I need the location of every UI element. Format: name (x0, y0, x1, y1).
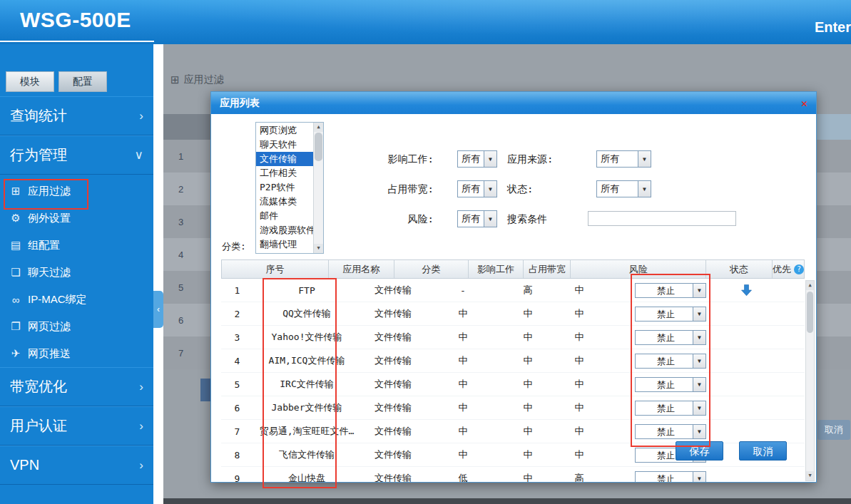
close-icon[interactable]: ✕ (801, 97, 807, 110)
cell-category: 文件传输 (360, 401, 426, 414)
dialog-titlebar: 应用列表 ✕ (211, 92, 816, 114)
status-filter-dropdown[interactable]: 所有 ▼ (596, 180, 651, 197)
sidebar-tab[interactable]: 配置 (58, 71, 107, 92)
cell-no: 4 (221, 356, 253, 366)
sidebar-tab[interactable]: 模块 (6, 71, 54, 92)
row-status-dropdown[interactable]: 禁止 ▼ (635, 283, 706, 298)
sidebar-section[interactable]: VPN › (0, 446, 153, 485)
table-row: 3 Yahoo!文件传输 文件传输 中 中 中 禁止 ▼ (221, 326, 805, 349)
chevron-down-icon[interactable]: ▼ (638, 151, 651, 167)
category-item[interactable]: 游戏股票软件 (256, 223, 314, 237)
chevron-down-icon[interactable]: ▼ (693, 401, 705, 415)
row-status-dropdown[interactable]: 禁止 ▼ (635, 424, 706, 439)
scroll-down-icon[interactable]: ▼ (314, 244, 323, 253)
cell-status: 禁止 ▼ (603, 424, 738, 439)
sidebar-submenu-item[interactable]: ▤ 组配置 (0, 232, 153, 259)
category-item[interactable]: 工作相关 (256, 166, 314, 180)
category-item[interactable]: 网页浏览 (256, 123, 314, 138)
scrollbar-thumb[interactable] (807, 292, 813, 333)
category-item[interactable]: 聊天软件 (256, 138, 314, 152)
scroll-up-icon[interactable]: ▲ (314, 123, 323, 132)
cell-name: IRC文件传输 (253, 378, 360, 391)
work-dropdown-value: 所有 (458, 151, 484, 167)
chevron-down-icon[interactable]: ▼ (693, 378, 705, 391)
cell-category: 文件传输 (360, 378, 426, 391)
category-item-label: 翻墙代理 (260, 239, 297, 250)
save-button[interactable]: 保存 (676, 441, 723, 461)
row-status-dropdown[interactable]: 禁止 ▼ (635, 471, 706, 483)
sidebar-submenu-item[interactable]: ⚙ 例外设置 (0, 205, 153, 232)
cell-name: Jabber文件传输 (253, 401, 360, 414)
chevron-down-icon[interactable]: ▼ (693, 284, 705, 297)
category-item[interactable]: 文件传输 (256, 152, 314, 166)
cell-bandwidth: 中 (500, 354, 556, 367)
sidebar-submenu-item[interactable]: ✈ 网页推送 (0, 340, 153, 367)
category-item[interactable]: 翻墙代理 (256, 237, 314, 252)
chevron-down-icon[interactable]: ▼ (484, 151, 496, 167)
row-status-dropdown[interactable]: 禁止 ▼ (635, 401, 706, 416)
chevron-down-icon[interactable]: ▼ (484, 211, 496, 227)
table-scrollbar[interactable]: ▲ ▼ (805, 280, 815, 481)
listbox-scrollbar[interactable]: ▲ ▼ (313, 123, 323, 253)
sidebar-submenu-item[interactable]: ❏ 聊天过滤 (0, 259, 153, 286)
sidebar-submenu-item[interactable]: ❐ 网页过滤 (0, 313, 153, 340)
row-status-dropdown[interactable]: 禁止 ▼ (635, 330, 706, 345)
table-header-row: 序号 应用名称 分类 影响工作 (221, 259, 805, 279)
scrollbar-thumb[interactable] (315, 133, 322, 161)
sidebar-section[interactable]: 用户认证 › (0, 406, 153, 446)
sidebar-section-label: 带宽优化 (10, 377, 139, 396)
scroll-up-icon[interactable]: ▲ (806, 281, 814, 290)
cell-work: 中 (426, 354, 500, 367)
sidebar-section[interactable]: 行为管理 ∨ (0, 135, 153, 175)
row-number: 1 (163, 151, 183, 162)
cell-work: 中 (426, 425, 500, 438)
row-status-value: 禁止 (636, 354, 693, 368)
risk-dropdown[interactable]: 所有 ▼ (457, 210, 497, 227)
chevron-down-icon[interactable]: ▼ (484, 181, 496, 197)
sidebar-section[interactable]: 带宽优化 › (0, 367, 153, 406)
background-cancel-button[interactable]: 取消 (817, 420, 850, 440)
row-status-dropdown[interactable]: 禁止 ▼ (635, 307, 706, 322)
cell-risk: 中 (556, 378, 603, 391)
chevron-down-icon[interactable]: ▼ (638, 181, 651, 197)
move-top-arrow-icon[interactable] (741, 284, 752, 297)
sidebar-submenu: ⊞ 应用过滤 ⚙ 例外设置 ▤ 组配置 ❏ 聊天过滤 (0, 175, 153, 367)
table-header-label: 分类 (422, 264, 440, 274)
help-icon[interactable]: ? (794, 264, 804, 274)
row-status-dropdown[interactable]: 禁止 ▼ (635, 354, 706, 369)
app-list-dialog: 应用列表 ✕ 网页浏览 聊天软件 (210, 91, 817, 483)
source-dropdown-value: 所有 (597, 151, 638, 167)
chevron-down-icon[interactable]: ▼ (693, 331, 705, 344)
category-item[interactable]: 流媒体类 (256, 195, 314, 209)
cell-work: 低 (426, 472, 500, 482)
row-status-dropdown[interactable]: 禁止 ▼ (635, 377, 706, 392)
cell-status: 禁止 ▼ (603, 354, 738, 369)
chevron-down-icon[interactable]: ▼ (693, 354, 705, 368)
chevron-down-icon[interactable]: ▼ (693, 472, 705, 483)
background-bottom-strip (163, 498, 851, 504)
sidebar-sections-top: 查询统计 › 行为管理 ∨ (0, 96, 153, 175)
cell-category: 文件传输 (360, 307, 426, 320)
row-status-value: 禁止 (636, 378, 693, 391)
sidebar-submenu-item[interactable]: ∞ IP-MAC绑定 (0, 286, 153, 313)
cell-work: 中 (426, 448, 500, 461)
sidebar-collapse-handle[interactable]: ‹ (153, 291, 163, 328)
chevron-down-icon[interactable]: ▼ (693, 307, 705, 321)
work-dropdown[interactable]: 所有 ▼ (457, 150, 497, 168)
sidebar-submenu-item[interactable]: ⊞ 应用过滤 (0, 178, 153, 205)
dialog-body: 网页浏览 聊天软件 文件传输 工作相关 (211, 114, 816, 482)
category-listbox: 网页浏览 聊天软件 文件传输 工作相关 (255, 122, 324, 254)
search-input[interactable] (588, 211, 736, 226)
category-item[interactable]: P2P软件 (256, 180, 314, 195)
source-dropdown[interactable]: 所有 ▼ (596, 150, 651, 168)
chevron-down-icon[interactable]: ▼ (693, 425, 705, 438)
bandwidth-dropdown[interactable]: 所有 ▼ (457, 180, 497, 197)
sidebar-section[interactable]: 查询统计 › (0, 96, 153, 135)
cancel-button[interactable]: 取消 (739, 441, 787, 461)
scroll-down-icon[interactable]: ▼ (806, 471, 814, 480)
sidebar-tab-label: 配置 (73, 76, 93, 87)
grid-icon: ⊞ (9, 185, 23, 197)
category-item[interactable]: 邮件 (256, 209, 314, 223)
cell-name: AIM,ICQ文件传输 (253, 354, 360, 367)
app-window: WSG-500E Enter 模块 配置 查询统计 › (0, 0, 851, 504)
